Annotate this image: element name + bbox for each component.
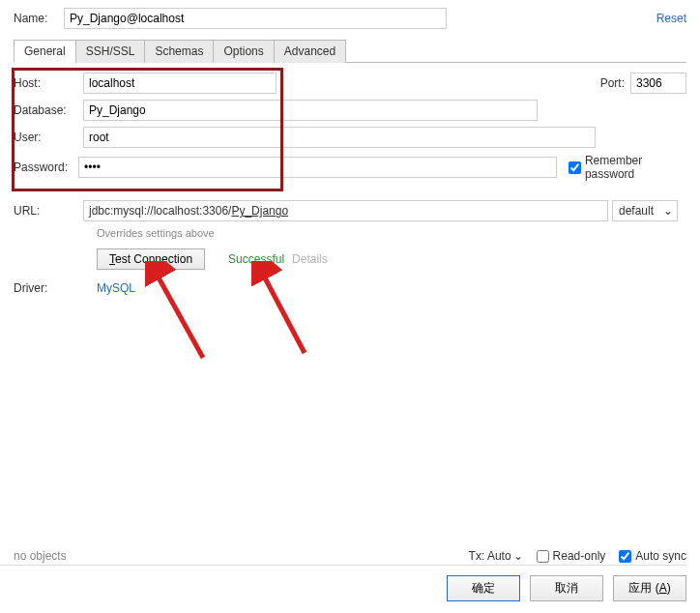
apply-access-key: A <box>659 581 667 595</box>
read-only-label: Read-only <box>553 549 606 563</box>
port-input[interactable] <box>630 73 686 94</box>
cancel-button[interactable]: 取消 <box>530 575 603 601</box>
user-label: User: <box>14 131 83 144</box>
remember-password-box[interactable] <box>569 161 581 174</box>
user-input[interactable] <box>83 127 596 148</box>
tab-general[interactable]: General <box>14 40 76 63</box>
reset-link[interactable]: Reset <box>656 12 686 25</box>
no-objects-label: no objects <box>14 549 67 563</box>
driver-label: Driver: <box>14 281 83 295</box>
url-kind-value: default <box>619 204 654 218</box>
tab-schemas[interactable]: Schemas <box>144 40 214 63</box>
tab-advanced[interactable]: Advanced <box>274 40 346 63</box>
apply-text-suffix: ) <box>667 581 671 595</box>
password-label: Password: <box>14 161 78 174</box>
url-kind-dropdown[interactable]: default ⌄ <box>612 200 678 221</box>
host-label: Host: <box>14 76 83 90</box>
tab-strip: General SSH/SSL Schemas Options Advanced <box>14 39 686 63</box>
tab-ssh-ssl[interactable]: SSH/SSL <box>75 40 146 63</box>
remember-password-label: Remember password <box>585 154 686 181</box>
database-label: Database: <box>14 103 83 117</box>
chevron-down-icon: ⌄ <box>513 549 523 563</box>
auto-sync-label: Auto sync <box>635 549 686 563</box>
url-input[interactable]: jdbc:mysql://localhost:3306/Py_Django <box>83 200 608 221</box>
chevron-down-icon: ⌄ <box>663 204 673 218</box>
apply-button[interactable]: 应用 (A) <box>613 575 686 601</box>
remember-password-checkbox[interactable]: Remember password <box>569 154 686 181</box>
url-prefix-text: jdbc:mysql://localhost:3306/ <box>89 204 231 218</box>
password-input[interactable] <box>78 157 557 178</box>
tx-label: Tx: Auto <box>469 549 511 563</box>
url-suffix-link[interactable]: Py_Django <box>231 204 288 218</box>
database-input[interactable] <box>83 100 538 121</box>
test-connection-button[interactable]: Test Connection <box>97 248 205 270</box>
host-input[interactable] <box>83 73 277 94</box>
connection-details-link[interactable]: Details <box>292 252 328 266</box>
connection-status-success: Successful <box>228 252 284 266</box>
port-label: Port: <box>600 76 625 90</box>
tab-options[interactable]: Options <box>213 40 274 63</box>
name-label: Name: <box>14 12 64 25</box>
auto-sync-box[interactable] <box>619 550 631 563</box>
name-input[interactable] <box>64 8 447 29</box>
driver-link[interactable]: MySQL <box>97 281 135 295</box>
tx-mode-dropdown[interactable]: Tx: Auto ⌄ <box>469 549 523 563</box>
read-only-box[interactable] <box>537 550 549 563</box>
ok-button[interactable]: 确定 <box>447 575 520 601</box>
read-only-checkbox[interactable]: Read-only <box>537 549 606 563</box>
auto-sync-checkbox[interactable]: Auto sync <box>619 549 686 563</box>
override-note: Overrides settings above <box>97 227 686 239</box>
dialog-button-bar: 确定 取消 应用 (A) <box>0 565 686 601</box>
apply-text-prefix: 应用 ( <box>628 581 658 595</box>
url-label: URL: <box>14 204 83 218</box>
